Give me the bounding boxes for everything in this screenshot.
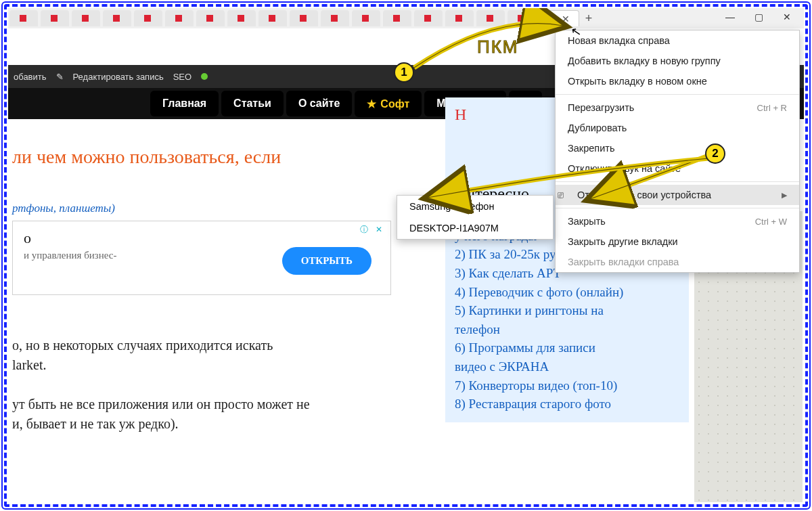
browser-tab[interactable] <box>321 10 349 26</box>
pencil-icon: ✎ <box>56 72 64 82</box>
menu-separator <box>556 94 799 95</box>
submenu-arrow-icon: ▶ <box>782 191 787 200</box>
sidebar-link[interactable]: 6) Программы для записи <box>455 339 679 357</box>
window-minimize-button[interactable]: — <box>716 8 744 26</box>
star-icon: ★ <box>367 98 376 110</box>
ad-title: о <box>24 229 380 247</box>
ctx-close-others[interactable]: Закрыть другие вкладки <box>556 231 799 252</box>
toolbar-seo[interactable]: SEO <box>173 72 191 82</box>
browser-tab[interactable] <box>165 10 194 26</box>
sidebar-link[interactable]: 8) Реставрация старого фото <box>455 395 679 413</box>
toolbar-edit-post[interactable]: Редактировать запись <box>73 72 164 82</box>
shortcut-label: Ctrl + W <box>755 217 787 227</box>
browser-tab[interactable] <box>103 10 131 26</box>
nav-soft[interactable]: ★Софт <box>355 91 422 117</box>
ctx-reload[interactable]: ПерезагрузитьCtrl + R <box>556 97 799 118</box>
annotation-arrow-2b <box>401 157 719 218</box>
browser-tab[interactable] <box>72 10 100 26</box>
ctx-add-to-group[interactable]: Добавить вкладку в новую группу <box>556 51 799 71</box>
article-paragraph: о, но в некоторых случаях приходится иск… <box>12 336 391 434</box>
browser-tab[interactable] <box>227 10 256 26</box>
sidebar-link[interactable]: видео с ЭКРАНА <box>455 358 679 376</box>
ctx-close-right: Закрыть вкладки справа <box>556 252 799 272</box>
browser-tab[interactable] <box>352 10 380 26</box>
shortcut-label: Ctrl + R <box>757 103 787 113</box>
sidebar-link[interactable]: 7) Конверторы видео (топ-10) <box>455 377 679 395</box>
nav-articles[interactable]: Статьи <box>221 91 284 116</box>
browser-tab[interactable] <box>134 10 162 26</box>
browser-tab[interactable] <box>41 10 69 26</box>
sidebar-link[interactable]: 4) Переводчик с фото (онлайн) <box>455 284 679 301</box>
window-close-button[interactable]: ✕ <box>773 8 801 26</box>
ad-info-close-icons[interactable]: ⓘ ✕ <box>360 224 385 236</box>
sidebar-link[interactable]: телефон <box>455 321 679 338</box>
ad-open-button[interactable]: ОТКРЫТЬ <box>282 247 371 275</box>
browser-tab[interactable] <box>9 10 38 26</box>
device-option-desktop[interactable]: DESKTOP-I1A907M <box>397 217 553 239</box>
new-tab-button[interactable]: + <box>581 12 597 26</box>
window-maximize-button[interactable]: ▢ <box>744 8 773 26</box>
seo-status-dot-icon <box>201 73 208 80</box>
nav-home[interactable]: Главная <box>150 91 219 116</box>
annotation-badge-1: 1 <box>394 62 414 83</box>
nav-about[interactable]: О сайте <box>286 91 352 116</box>
browser-tab[interactable] <box>290 10 318 26</box>
annotation-pkm-label: ПКМ <box>477 37 519 58</box>
annotation-badge-2: 2 <box>705 143 725 164</box>
ad-block: ⓘ ✕ о и управления бизнес- ОТКРЫТЬ <box>12 221 391 295</box>
ctx-duplicate[interactable]: Дублировать <box>556 118 799 138</box>
toolbar-add[interactable]: обавить <box>14 72 47 82</box>
browser-tab[interactable] <box>196 10 225 26</box>
sidebar-link[interactable]: 5) Картинки и рингтоны на <box>455 302 679 319</box>
ctx-new-tab-right[interactable]: Новая вкладка справа <box>556 30 799 51</box>
ctx-open-new-window[interactable]: Открыть вкладку в новом окне <box>556 71 799 91</box>
browser-tab[interactable] <box>258 10 287 26</box>
